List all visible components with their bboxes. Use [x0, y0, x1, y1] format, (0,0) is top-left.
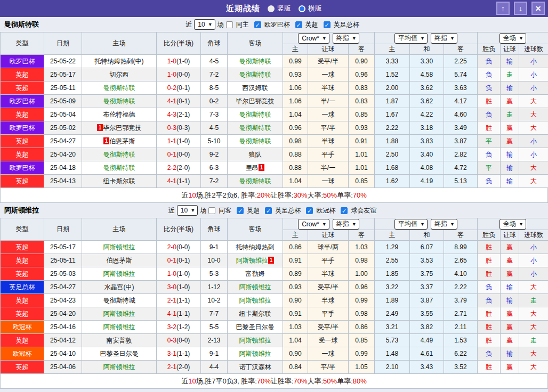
avg-home-odds: 2.50	[375, 148, 410, 161]
subheader-胜负: 胜负	[478, 44, 501, 55]
match-date: 25-05-03	[44, 267, 82, 281]
result-goals: 大	[519, 347, 548, 361]
avg-draw-odds: 3.55	[410, 307, 444, 321]
average-odds-select[interactable]: 平均值▾	[394, 33, 428, 44]
handicap-line: 半/一	[308, 161, 349, 175]
home-team-name: 阿斯顿维拉	[103, 363, 135, 371]
avg-away-odds: 3.49	[444, 121, 478, 135]
handicap-home-odds: 0.99	[283, 55, 308, 68]
avg-away-odds: 4.17	[444, 95, 478, 108]
odds-stage-select-1[interactable]: 终指▾	[333, 219, 359, 230]
match-score: 3-1(1-1)	[157, 347, 201, 361]
odds-stage-select-1[interactable]: 终指▾	[333, 33, 359, 44]
away-team-cell: 里昂1	[228, 161, 283, 175]
home-team-name: 巴黎圣日尔曼	[100, 350, 139, 357]
bookmaker-select[interactable]: Crow*▾	[298, 219, 329, 230]
result-winloss: 负	[478, 347, 501, 361]
close-button[interactable]: ✕	[531, 2, 545, 15]
match-row: 欧罗巴杯 25-04-18 曼彻斯特联 2-2(2-0) 6-3 里昂1 0.8…	[1, 161, 548, 175]
corner-count: 0-2	[201, 95, 228, 108]
match-date: 25-04-13	[44, 175, 82, 188]
handicap-away-odds: 0.85	[349, 108, 375, 121]
competition-type-badge: 欧罗巴杯	[1, 95, 44, 108]
match-date: 25-04-06	[44, 361, 82, 374]
scroll-down-button[interactable]: ↓	[514, 2, 527, 15]
match-count-select[interactable]: 10▾	[194, 19, 215, 30]
scroll-up-button[interactable]: ↑	[496, 2, 510, 15]
column-header-角球: 角球	[201, 32, 228, 55]
avg-draw-odds: 4.58	[410, 68, 444, 81]
avg-away-odds: 8.99	[444, 241, 478, 254]
home-team-cell: 曼彻斯特联	[82, 95, 157, 108]
subheader-和: 和	[410, 230, 444, 241]
handicap-line: 半球	[308, 267, 349, 281]
home-team-name: 曼彻斯特联	[103, 97, 135, 105]
team-name: 阿斯顿维拉	[4, 206, 39, 215]
home-team-name: 曼彻斯特联	[103, 84, 135, 92]
home-team-cell: 1伯恩茅斯	[82, 135, 157, 148]
fulltime-select[interactable]: 全场▾	[499, 33, 526, 44]
result-handicap: 走	[501, 108, 519, 121]
avg-draw-odds: 4.22	[410, 108, 444, 121]
result-handicap: 赢	[501, 121, 519, 135]
league-checkbox-欧罗巴杯[interactable]: ✓	[254, 21, 261, 28]
handicap-home-odds: 0.90	[283, 294, 308, 307]
handicap-line: 受平/半	[308, 321, 349, 334]
avg-draw-odds: 6.07	[410, 241, 444, 254]
league-checkbox-英足总杯[interactable]: ✓	[265, 207, 272, 214]
home-team-cell: 曼彻斯特联	[82, 148, 157, 161]
league-checkbox-英超[interactable]: ✓	[295, 21, 302, 28]
home-team-name: 阿斯顿维拉	[103, 310, 135, 317]
red-card-badge: 1	[97, 124, 103, 131]
league-checkbox-英足总杯[interactable]: ✓	[324, 21, 331, 28]
league-checkbox-欧冠杯[interactable]: ✓	[306, 207, 313, 214]
match-count-select[interactable]: 10▾	[177, 205, 198, 216]
same-venue-checkbox[interactable]	[208, 207, 215, 214]
home-team-cell: 曼彻斯特联	[82, 161, 157, 175]
result-group-header: 全场▾	[478, 32, 548, 44]
radio-label-vertical: 竖版	[277, 4, 291, 13]
match-score: 3-0(1-0)	[157, 281, 201, 294]
subheader-客: 客	[349, 44, 375, 55]
average-odds-select[interactable]: 平均值▾	[394, 219, 428, 230]
avg-home-odds: 1.87	[375, 95, 410, 108]
avg-away-odds: 4.10	[444, 267, 478, 281]
bookmaker-select[interactable]: Crow*▾	[298, 33, 329, 44]
odds-stage-select-2[interactable]: 终指▾	[431, 219, 457, 230]
match-row: 欧罗巴杯 25-05-09 曼彻斯特联 4-1(0-1) 0-2 毕尔巴鄂竞技 …	[1, 95, 548, 108]
layout-radio-vertical[interactable]: 竖版	[268, 4, 291, 13]
handicap-group-header: Crow*▾终指▾	[283, 218, 375, 230]
down-arrow-icon: ↓	[519, 4, 522, 13]
summary-segment: 大率:	[307, 191, 323, 200]
league-checkbox-label: 英超	[305, 20, 318, 29]
avg-draw-odds: 3.87	[410, 294, 444, 307]
away-team-cell: 西汉姆联	[228, 81, 283, 95]
league-checkbox-英超[interactable]: ✓	[237, 207, 244, 214]
match-row: 欧罗巴杯 25-05-02 1毕尔巴鄂竞技 0-3(0-3) 4-5 曼彻斯特联…	[1, 121, 548, 135]
handicap-line: 平手	[308, 307, 349, 321]
result-goals: 小	[519, 68, 548, 81]
odds-stage-select-2[interactable]: 终指▾	[431, 33, 457, 44]
result-goals: 小	[519, 148, 548, 161]
home-team-name: 阿斯顿维拉	[103, 243, 135, 251]
summary-segment: 近	[181, 377, 188, 386]
match-row: 英超 25-05-17 阿斯顿维拉 2-0(0-0) 9-1 托特纳姆热刺 0.…	[1, 241, 548, 254]
fulltime-select[interactable]: 全场▾	[499, 219, 526, 230]
away-team-cell: 曼彻斯特联	[228, 175, 283, 188]
result-handicap: 输	[501, 281, 519, 294]
europe-odds-group-header: 平均值▾终指▾	[375, 32, 478, 44]
handicap-home-odds: 0.90	[283, 347, 308, 361]
league-checkbox-球会友谊[interactable]: ✓	[341, 207, 348, 214]
result-winloss: 胜	[478, 321, 501, 334]
avg-home-odds: 3.22	[375, 281, 410, 294]
handicap-home-odds: 0.89	[283, 267, 308, 281]
competition-type-badge: 英超	[1, 135, 44, 148]
avg-home-odds: 1.88	[375, 135, 410, 148]
handicap-line: 受平/半	[308, 281, 349, 294]
handicap-home-odds: 1.06	[283, 95, 308, 108]
layout-radio-horizontal[interactable]: 横版	[299, 4, 322, 13]
handicap-home-odds: 1.04	[283, 175, 308, 188]
same-venue-checkbox[interactable]	[226, 21, 233, 28]
subheader-主: 主	[375, 44, 410, 55]
chevron-down-icon: ▾	[323, 222, 326, 227]
